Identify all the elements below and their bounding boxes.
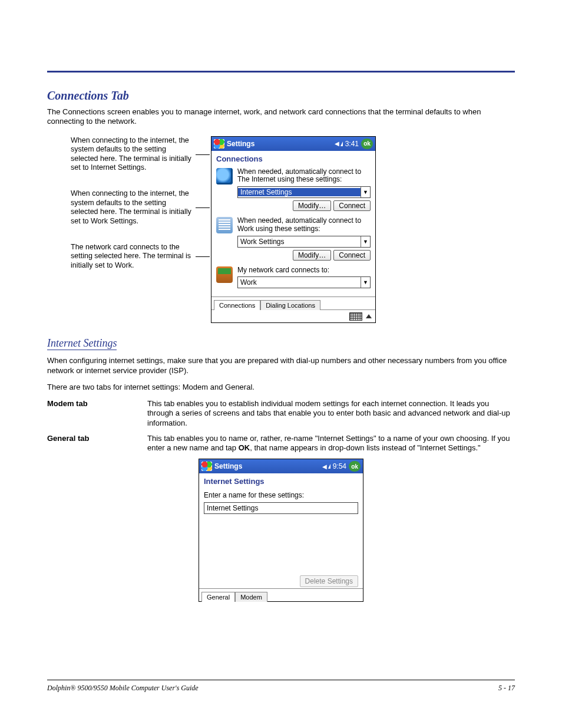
modem-tab-term: Modem tab (47, 399, 147, 428)
internet-modify-button[interactable]: Modify… (293, 200, 331, 211)
work-icon (216, 217, 233, 233)
chevron-down-icon[interactable]: ▼ (361, 236, 370, 247)
name-prompt: Enter a name for these settings: (204, 492, 358, 500)
is-para2: There are two tabs for internet settings… (47, 383, 515, 392)
screen-title: Connections (211, 151, 375, 166)
footer-title: Dolphin® 9500/9550 Mobile Computer User'… (47, 684, 199, 693)
internet-dropdown[interactable]: Internet Settings ▼ (237, 186, 371, 198)
chevron-down-icon[interactable]: ▼ (361, 277, 370, 288)
work-dropdown-value: Work Settings (238, 238, 361, 246)
netcard-dropdown[interactable]: Work ▼ (237, 276, 371, 288)
settings-name-value: Internet Settings (207, 504, 258, 512)
internet-dropdown-value: Internet Settings (238, 188, 361, 196)
ok-button[interactable]: ok (349, 461, 361, 472)
netcard-dropdown-value: Work (238, 278, 361, 286)
connections-screenshot: Settings 3:41 ok Connections When needed… (211, 136, 376, 324)
internet-connect-button[interactable]: Connect (333, 200, 371, 211)
ok-button[interactable]: ok (361, 139, 373, 149)
work-connect-button[interactable]: Connect (333, 250, 371, 261)
tab-modem[interactable]: Modem (235, 592, 267, 602)
internet-icon (216, 168, 233, 185)
general-tab-desc: This tab enables you to name or, rather,… (147, 434, 515, 453)
start-flag-icon[interactable] (214, 139, 224, 149)
settings-name-input[interactable]: Internet Settings (204, 502, 358, 514)
callout-network-card: The network card connects to the setting… (71, 243, 194, 271)
callout-internet: When connecting to the internet, the sys… (71, 136, 194, 173)
window-title: Settings (227, 140, 332, 148)
page-number: 5 - 17 (498, 684, 515, 693)
tab-connections[interactable]: Connections (214, 300, 260, 310)
keyboard-icon[interactable] (349, 312, 362, 321)
chevron-down-icon[interactable]: ▼ (361, 187, 370, 197)
tab-dialing-locations[interactable]: Dialing Locations (260, 300, 320, 310)
intro-paragraph: The Connections screen enables you to ma… (47, 107, 515, 127)
clock: 3:41 (345, 140, 359, 148)
work-modify-button[interactable]: Modify… (293, 250, 331, 261)
signal-icon (335, 140, 343, 147)
work-label: When needed, automatically connect to Wo… (237, 217, 371, 233)
modem-tab-desc: This tab enables you to establish indivi… (147, 399, 515, 428)
screen-title: Internet Settings (199, 473, 363, 488)
clock: 9:54 (333, 462, 346, 470)
callout-work: When connecting to the internet, the sys… (71, 189, 194, 226)
subsection-heading: Internet Settings (47, 337, 117, 350)
internet-label: When needed, automatically connect to Th… (237, 168, 371, 185)
network-card-icon (216, 266, 233, 283)
menu-up-icon[interactable] (366, 314, 372, 318)
general-tab-term: General tab (47, 434, 147, 453)
window-title: Settings (214, 462, 320, 470)
work-dropdown[interactable]: Work Settings ▼ (237, 236, 371, 248)
signal-icon (322, 463, 330, 470)
internet-settings-screenshot: Settings 9:54 ok Internet Settings Enter… (199, 459, 363, 602)
netcard-label: My network card connects to: (237, 266, 371, 275)
start-flag-icon[interactable] (201, 462, 212, 471)
is-para1: When configuring internet settings, make… (47, 356, 515, 375)
section-heading: Connections Tab (47, 89, 515, 103)
delete-settings-button[interactable]: Delete Settings (300, 575, 358, 587)
tab-general[interactable]: General (201, 592, 235, 602)
